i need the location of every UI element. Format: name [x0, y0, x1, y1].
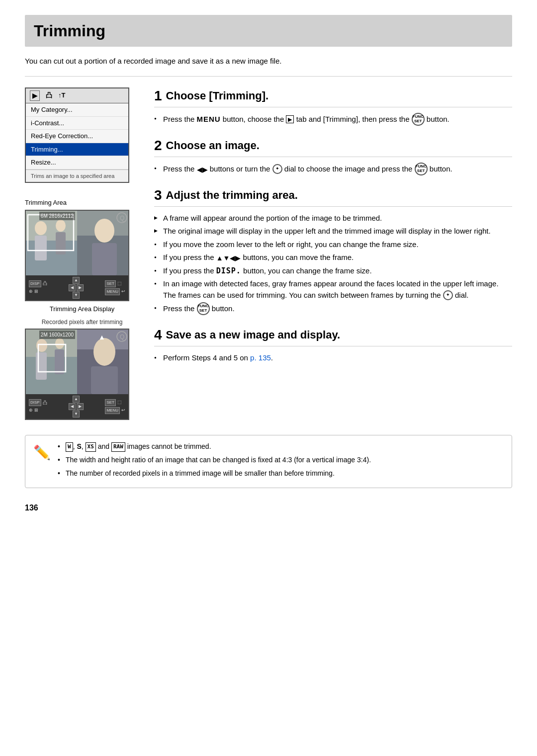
note-2: The width and height ratio of an image t… [58, 455, 371, 465]
svg-rect-18 [55, 349, 64, 374]
page-title: Trimming [25, 15, 512, 47]
step-3-bullet-6: In an image with detected faces, gray fr… [154, 278, 512, 301]
grid-icon: ⊞ [34, 288, 38, 295]
step-3-bullet-1: A frame will appear around the portion o… [154, 213, 512, 224]
nav2-down: ▼ [73, 411, 80, 418]
svg-rect-10 [92, 243, 117, 275]
step-4-divider [154, 346, 512, 346]
func-btn-2: FUNCSET [415, 163, 428, 175]
arrow-nav-1: ▲ ◀ ▶ ▼ [69, 277, 84, 299]
nav-mid-row: ◀ ▶ [69, 284, 84, 291]
menu-item-resize: Resize... [26, 156, 128, 169]
svg-text:▲: ▲ [98, 333, 105, 341]
svg-text:Q: Q [120, 215, 124, 222]
photo-trimmed: Q [77, 211, 128, 275]
step-4-bullet-1: Perform Steps 4 and 5 on p. 135. [154, 352, 512, 364]
photo-trimmed-svg: Q [77, 211, 128, 275]
note-1: W, S, XS and RAW images cannot be trimme… [58, 441, 371, 452]
step-3-bullet-3: If you move the zoom lever to the left o… [154, 239, 512, 251]
all-arrows: ▲▼◀▶ [216, 254, 241, 262]
svg-point-22 [93, 338, 115, 366]
step-3-bullet-5: If you press the DISP. button, you can c… [154, 265, 512, 277]
step-1: 1 Choose [Trimming]. Press the MENU butt… [154, 87, 512, 126]
nav-up: ▲ [73, 277, 80, 284]
menu-item-trimming: Trimming... [26, 143, 128, 157]
raw-badge: RAW [111, 442, 125, 452]
notes-section: ✏️ W, S, XS and RAW images cannot be tri… [25, 435, 512, 488]
step-2-heading: 2 Choose an image. [154, 137, 512, 154]
step-1-content: Press the MENU button, choose the ▶ tab … [154, 113, 512, 126]
svg-rect-3 [35, 236, 47, 260]
nav2-down-row: ▼ [73, 411, 80, 418]
nav2-up-row: ▲ [73, 396, 80, 403]
page-subtitle: You can cut out a portion of a recorded … [25, 56, 512, 77]
play-icon-1: ▶ [286, 115, 294, 123]
play-tab: ▶ [30, 90, 40, 101]
recorded-pixels-label: Recorded pixels after trimming [25, 318, 139, 327]
page-number: 136 [25, 498, 512, 514]
step-3-bullet-4: If you press the ▲▼◀▶ buttons, you can m… [154, 252, 512, 263]
back-arrow: ↩ [121, 288, 125, 295]
menu-ctrl-2: MENU ↩ [105, 407, 125, 414]
step-3-divider [154, 206, 512, 207]
w-badge: W [66, 442, 73, 452]
svg-point-17 [55, 338, 64, 349]
step-2-divider [154, 157, 512, 157]
disp-word: DISP. [216, 266, 241, 275]
disp-ctrl: DISP 凸 [29, 280, 47, 287]
s-badge: S [77, 442, 81, 450]
svg-point-2 [35, 221, 47, 235]
svg-rect-1 [26, 241, 77, 275]
nav2-mid-row: ◀ ▶ [69, 403, 84, 410]
main-content: ▶ 凸 ↑T My Category... i-Contrast... Red-… [25, 87, 512, 423]
menu-screenshot: ▶ 凸 ↑T My Category... i-Contrast... Red-… [25, 87, 129, 183]
svg-rect-14 [26, 357, 77, 394]
svg-point-4 [56, 220, 66, 232]
disp-ctrl-2: DISP 凸 [29, 399, 47, 406]
dial-ctrl-2: ⊛ ⊞ [29, 407, 47, 414]
ctrl-group-left: DISP 凸 ⊛ ⊞ [29, 280, 47, 295]
dial-icon-3 [443, 290, 453, 300]
photo-2-right: ▲ Q [77, 330, 128, 394]
area-display-label: Trimming Area Display [25, 304, 139, 314]
settings-tab: ↑T [58, 90, 65, 101]
nav-up-row: ▲ [73, 277, 80, 284]
back-arrow-2: ↩ [121, 407, 125, 414]
lr-arrows: ◀▶ [197, 165, 208, 173]
camera-controls-1: DISP 凸 ⊛ ⊞ ▲ ◀ ▶ [26, 275, 128, 300]
svg-point-9 [94, 219, 114, 243]
menu-item-mycategory: My Category... [26, 103, 128, 117]
svg-rect-23 [91, 366, 118, 394]
menu-ctrl-icon: MENU [105, 288, 120, 295]
step-1-heading: 1 Choose [Trimming]. [154, 87, 512, 104]
right-column: 1 Choose [Trimming]. Press the MENU butt… [154, 87, 512, 375]
svg-rect-16 [36, 352, 47, 380]
step-3-content: A frame will appear around the portion o… [154, 213, 512, 316]
photo-area-1: 6M 2816x2112 Q [26, 211, 128, 275]
step-3-bullet-2: The original image will display in the u… [154, 226, 512, 237]
photo-2-left-svg [26, 330, 77, 394]
set-sub: ⬚ [117, 280, 122, 287]
nav2-right: ▶ [77, 403, 84, 410]
nav2-up: ▲ [73, 396, 80, 403]
xs-badge: XS [86, 442, 96, 452]
ctrl2-group-left: DISP 凸 ⊛ ⊞ [29, 399, 47, 414]
step-1-divider [154, 107, 512, 107]
notes-content: W, S, XS and RAW images cannot be trimme… [58, 441, 371, 482]
step-3-number: 3 [154, 188, 162, 202]
resolution-badge-1: 6M 2816x2112 [39, 212, 75, 220]
func-btn-3: FUNCSET [197, 302, 210, 315]
step-2: 2 Choose an image. Press the ◀▶ buttons … [154, 137, 512, 176]
menu-ctrl-icon-2: MENU [105, 407, 120, 414]
menu-ctrl: MENU ↩ [105, 288, 125, 295]
svg-text:Q: Q [120, 334, 124, 340]
set-ctrl: SET ⬚ [105, 280, 125, 287]
func-btn-1: FUNCSET [412, 113, 425, 126]
step-4-number: 4 [154, 328, 162, 342]
dial-symbol: ⊛ [29, 288, 33, 295]
menu-tab-bar: ▶ 凸 ↑T [26, 88, 128, 104]
dial-icon-2 [272, 164, 282, 174]
photo-area-2: 2M 1600x1200 ▲ Q [26, 330, 128, 394]
set-ctrl-2: SET ⬚ [105, 399, 125, 406]
step-4: 4 Save as a new image and display. Perfo… [154, 327, 512, 364]
